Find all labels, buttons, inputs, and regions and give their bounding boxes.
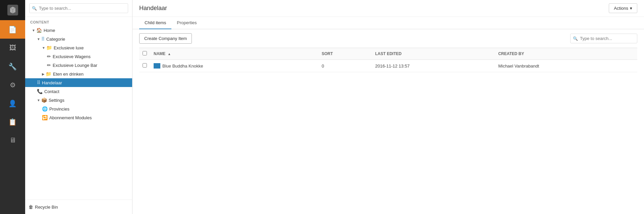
sidebar-item-label: Provincies: [49, 106, 69, 112]
search-icon: 🔍: [573, 36, 578, 41]
folder-icon: 📁: [46, 71, 51, 77]
sidebar-item-label: Exclusieve luxe: [54, 45, 84, 50]
reports-icon: 📋: [8, 118, 17, 126]
rail-item-users[interactable]: 👤: [0, 94, 25, 113]
sidebar-item-label: Settings: [49, 98, 64, 103]
row-checkbox[interactable]: [143, 63, 147, 68]
arrow-icon: ▼: [37, 37, 40, 41]
sidebar-search-area: 🔍: [25, 0, 132, 17]
settings-folder-icon: 📦: [41, 97, 47, 103]
sidebar-item-eten-en-drinken[interactable]: ▶ 📁 Eten en drinken: [25, 70, 132, 78]
tab-child-items[interactable]: Child items: [139, 17, 171, 29]
tab-properties[interactable]: Properties: [171, 17, 202, 29]
categorie-icon: ⠿: [41, 36, 45, 42]
sidebar-bottom: 🗑 Recycle Bin: [25, 200, 132, 214]
recycle-bin-icon: 🗑: [29, 204, 33, 210]
sidebar-item-provincies[interactable]: 🌐 Provincies: [25, 104, 132, 113]
main-toolbar: Create Company Item 🔍: [132, 29, 644, 48]
sidebar-item-home[interactable]: ▼ 🏠 Home: [25, 26, 132, 35]
create-company-item-button[interactable]: Create Company Item: [139, 33, 192, 44]
sidebar-item-exclusieve-lounge-bar[interactable]: ✏ Exclusieve Lounge Bar: [25, 61, 132, 70]
sidebar-item-recycle-bin[interactable]: 🗑 Recycle Bin: [25, 203, 132, 211]
row-created-by-cell: Michael Vanbrabandt: [495, 60, 637, 72]
row-sort-cell: 0: [318, 60, 372, 72]
settings-icon: ⚙: [10, 81, 16, 89]
main-header: Handelaar Actions ▾: [132, 0, 644, 17]
row-item-icon: [154, 63, 160, 69]
search-icon: 🔍: [32, 6, 37, 11]
toolbar-search-input[interactable]: [570, 34, 637, 43]
sidebar-item-handelaar[interactable]: ⠿ Handelaar: [25, 78, 132, 87]
actions-button[interactable]: Actions ▾: [609, 3, 637, 13]
dropdown-arrow-icon: ▾: [630, 6, 632, 11]
arrow-icon: ▼: [42, 46, 45, 50]
content-icon: 📄: [8, 26, 17, 34]
sidebar-item-label: Eten en drinken: [53, 72, 84, 77]
folder-icon: 📁: [46, 45, 52, 50]
sidebar-item-label: Exclusieve Lounge Bar: [53, 63, 97, 68]
app-logo: [0, 0, 25, 20]
sidebar-item-label: Exclusieve Wagens: [53, 54, 91, 59]
row-checkbox-cell: [139, 60, 150, 72]
view-icon: 🖥: [9, 136, 16, 144]
sidebar-item-settings[interactable]: ▼ 📦 Settings: [25, 96, 132, 104]
main-content: Handelaar Actions ▾ Child items Properti…: [132, 0, 644, 214]
sidebar: 🔍 CONTENT ▼ 🏠 Home ▼ ⠿ Categorie ▼ 📁 Exc…: [25, 0, 132, 214]
rail-item-content[interactable]: 📄: [0, 20, 25, 39]
sidebar-item-label: Home: [44, 28, 55, 33]
arrow-icon: ▶: [42, 72, 45, 76]
items-table-wrap: NAME ▲ SORT LAST EDITED CREATED BY: [132, 48, 644, 214]
tools-icon: 🔧: [8, 62, 17, 71]
sidebar-tree: ▼ 🏠 Home ▼ ⠿ Categorie ▼ 📁 Exclusieve lu…: [25, 26, 132, 200]
sidebar-item-label: Handelaar: [42, 80, 62, 85]
row-last-edited: 2016-11-12 13:57: [375, 63, 410, 69]
edit-icon: ✏: [47, 54, 51, 59]
rail-item-settings[interactable]: ⚙: [0, 76, 25, 94]
list-icon: ⠿: [37, 80, 40, 85]
items-table: NAME ▲ SORT LAST EDITED CREATED BY: [139, 48, 637, 72]
sidebar-item-label: Categorie: [46, 37, 65, 42]
row-name: Blue Buddha Knokke: [162, 63, 203, 69]
arrow-icon: ▼: [37, 98, 40, 102]
main-tabs: Child items Properties: [132, 17, 644, 29]
table-header-row: NAME ▲ SORT LAST EDITED CREATED BY: [139, 48, 637, 60]
recycle-bin-label: Recycle Bin: [35, 205, 58, 210]
users-icon: 👤: [8, 99, 17, 108]
row-created-by: Michael Vanbrabandt: [498, 63, 539, 69]
table-header-sort[interactable]: SORT: [318, 48, 372, 60]
sidebar-search-input[interactable]: [29, 3, 128, 13]
page-title: Handelaar: [139, 5, 167, 12]
sidebar-item-label: Contact: [44, 89, 59, 94]
actions-label: Actions: [614, 6, 628, 11]
rail-item-tools[interactable]: 🔧: [0, 57, 25, 76]
table-header-checkbox: [139, 48, 150, 60]
table-header-name[interactable]: NAME ▲: [150, 48, 318, 60]
rail-item-view[interactable]: 🖥: [0, 131, 25, 149]
sort-asc-icon: ▲: [168, 52, 171, 56]
sidebar-item-exclusieve-wagens[interactable]: ✏ Exclusieve Wagens: [25, 52, 132, 61]
row-last-edited-cell: 2016-11-12 13:57: [372, 60, 495, 72]
sidebar-item-label: Abonnement Modules: [49, 115, 92, 120]
sidebar-section-label: CONTENT: [25, 17, 132, 26]
rail-item-reports[interactable]: 📋: [0, 113, 25, 131]
table-row[interactable]: Blue Buddha Knokke 0 2016-11-12 13:57 Mi…: [139, 60, 637, 72]
sidebar-item-exclusieve-luxe[interactable]: ▼ 📁 Exclusieve luxe: [25, 43, 132, 52]
globe-icon: 🌐: [42, 106, 48, 112]
sidebar-item-contact[interactable]: 📞 Contact: [25, 87, 132, 96]
sidebar-item-categorie[interactable]: ▼ ⠿ Categorie: [25, 35, 132, 43]
select-all-checkbox[interactable]: [143, 51, 147, 55]
table-header-last-edited: LAST EDITED: [372, 48, 495, 60]
rail-item-media[interactable]: 🖼: [0, 39, 25, 57]
row-sort: 0: [322, 63, 324, 69]
toolbar-search-area: 🔍: [570, 34, 637, 43]
phone-icon: 📞: [37, 89, 43, 94]
table-body: Blue Buddha Knokke 0 2016-11-12 13:57 Mi…: [139, 60, 637, 72]
arrow-icon: ▼: [32, 29, 35, 32]
home-icon: 🏠: [36, 28, 42, 33]
table-header-created-by: CREATED BY: [495, 48, 637, 60]
edit-icon: ✏: [47, 62, 51, 68]
row-name-cell[interactable]: Blue Buddha Knokke: [150, 60, 318, 72]
module-icon: 🔁: [42, 115, 48, 120]
sidebar-item-abonnement-modules[interactable]: 🔁 Abonnement Modules: [25, 113, 132, 122]
icon-rail: 📄 🖼 🔧 ⚙ 👤 📋 🖥: [0, 0, 25, 214]
